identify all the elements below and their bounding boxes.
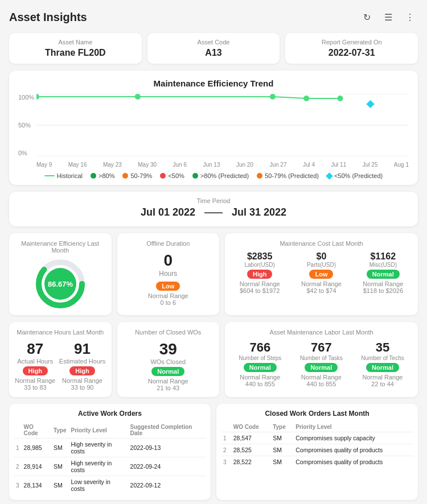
asset-labor-card: Asset Maintenance Labor Last Month 766 N… xyxy=(225,322,418,397)
labor-techs-badge: Normal xyxy=(366,363,399,372)
legend-gt80-dot xyxy=(91,173,96,179)
chart-y-labels: 100% 50% 0% xyxy=(18,94,36,156)
closed-wo-row1-priority: Compromises supply capacity xyxy=(293,432,413,444)
active-wo-table-card: Active Work Orders WO Code Type Priority… xyxy=(9,404,211,500)
wo-range-label: Normal Range xyxy=(123,378,214,385)
svg-point-3 xyxy=(36,94,39,100)
active-wo-row-3: 3 28,134 SM Low severity in costs 2022-0… xyxy=(14,476,206,495)
legend-lt50-dot xyxy=(160,173,166,179)
active-wo-col-code: WO Code xyxy=(22,422,51,439)
cost-labor-value: $2835 xyxy=(231,251,289,262)
wo-badge: Normal xyxy=(151,367,184,376)
time-period-start: Jul 01 2022 xyxy=(141,206,195,218)
closed-wo-row3-type: SM xyxy=(270,456,293,468)
closed-wo-row1-type: SM xyxy=(270,432,293,444)
svg-text:86.67%: 86.67% xyxy=(48,280,73,288)
report-date-label: Report Generated On xyxy=(293,39,410,46)
cost-labor: $2835 Labor(USD) High Normal Range $604 … xyxy=(231,251,289,294)
svg-rect-8 xyxy=(366,100,374,108)
estimated-hours-value: 91 xyxy=(59,340,105,358)
active-wo-row2-date: 2022-09-24 xyxy=(128,457,206,476)
active-wo-col-num xyxy=(14,422,22,439)
active-wo-row2-type: SM xyxy=(51,457,69,476)
cost-labor-sub: Labor(USD) xyxy=(231,262,289,268)
metrics-row-1: Maintenance Efficiency Last Month 86.67%… xyxy=(9,233,418,315)
closed-wo-row3-num: 3 xyxy=(221,456,231,468)
cost-parts-range-label: Normal Range xyxy=(292,280,350,287)
labor-tasks-badge: Normal xyxy=(305,363,338,372)
active-wo-table: WO Code Type Priority Level Suggested Co… xyxy=(14,422,206,494)
active-wo-row2-code: 28,914 xyxy=(22,457,51,476)
chart-title: Maintenance Efficiency Trend xyxy=(18,79,409,88)
closed-wo-row3-code: 28,522 xyxy=(231,456,270,468)
labor-steps: 766 Number of Steps Normal Normal Range … xyxy=(239,340,281,387)
wo-count: 39 WOs Closed Normal Normal Range 21 to … xyxy=(123,340,214,391)
actual-hours-range-label: Normal Range xyxy=(15,377,55,384)
closed-wo-row2-priority: Compromises quality of products xyxy=(293,444,413,456)
active-wo-row1-type: SM xyxy=(51,439,69,457)
more-icon[interactable]: ⋮ xyxy=(402,9,418,25)
active-wo-row3-num: 3 xyxy=(14,476,22,495)
time-period-end: Jul 31 2022 xyxy=(232,206,286,218)
closed-wo-row-2: 2 28,525 SM Compromises quality of produ… xyxy=(221,444,413,456)
legend-gt80-pred: >80% (Predicted) xyxy=(192,172,249,179)
asset-info-row: Asset Name Thrane FL20D Asset Code A13 R… xyxy=(9,33,418,64)
labor-techs-range-label: Normal Range xyxy=(361,374,404,381)
labor-multi: 766 Number of Steps Normal Normal Range … xyxy=(231,340,412,387)
active-wo-table-title: Active Work Orders xyxy=(14,410,206,418)
asset-name-card: Asset Name Thrane FL20D xyxy=(9,33,142,64)
active-wo-row1-date: 2022-09-13 xyxy=(128,439,206,457)
page-title: Asset Insights xyxy=(9,11,87,24)
cost-misc-range: $118 to $2026 xyxy=(354,287,412,294)
metrics-row-2: Maintenance Hours Last Month 87 Actual H… xyxy=(9,322,418,397)
estimated-hours-label: Estimated Hours xyxy=(59,358,105,365)
cost-labor-badge: High xyxy=(247,270,272,279)
active-wo-row3-date: 2022-09-12 xyxy=(128,476,206,495)
asset-code-value: A13 xyxy=(155,48,272,58)
labor-techs-value: 35 xyxy=(361,340,404,355)
cost-parts-badge: Low xyxy=(309,270,333,279)
estimated-hours-range: 33 to 90 xyxy=(59,384,105,391)
chart-svg xyxy=(36,94,409,156)
estimated-hours-badge: High xyxy=(69,366,95,375)
labor-tasks-range-label: Normal Range xyxy=(300,374,343,381)
legend-gt80-pred-dot xyxy=(192,173,198,179)
svg-point-4 xyxy=(135,94,141,100)
chart-legend: Historical >80% 50-79% <50% >80% (Predic… xyxy=(18,172,409,179)
labor-steps-label: Number of Steps xyxy=(239,355,281,361)
time-period-arrow: —— xyxy=(204,208,223,218)
refresh-icon[interactable]: ↻ xyxy=(359,9,375,25)
active-wo-row-1: 1 28,985 SM High severity in costs 2022-… xyxy=(14,439,206,457)
maintenance-cost-title: Maintenance Cost Last Month xyxy=(231,240,412,247)
active-wo-row1-num: 1 xyxy=(14,439,22,457)
maintenance-efficiency-title: Maintenance Efficiency Last Month xyxy=(15,240,106,254)
estimated-hours: 91 Estimated Hours High Normal Range 33 … xyxy=(59,340,105,391)
svg-point-6 xyxy=(303,96,309,101)
closed-wo-row2-code: 28,525 xyxy=(231,444,270,456)
offline-duration-card: Offline Duration 0 Hours Low Normal Rang… xyxy=(117,233,220,315)
legend-50-79-pred-label: 50-79% (Predicted) xyxy=(265,172,319,179)
closed-wo-table: WO Code Type Priority Level 1 28,547 SM … xyxy=(221,422,413,468)
wo-value: 39 xyxy=(123,340,214,358)
labor-steps-range-label: Normal Range xyxy=(239,374,281,381)
svg-point-5 xyxy=(270,94,276,100)
closed-wo-row1-num: 1 xyxy=(221,432,231,444)
offline-duration-main: 0 Hours Low Normal Range 0 to 6 xyxy=(123,251,214,306)
closed-wo-row3-priority: Compromises quality of products xyxy=(293,456,413,468)
header-icons: ↻ ☰ ⋮ xyxy=(359,9,418,25)
active-wo-col-type: Type xyxy=(51,422,69,439)
active-wo-row3-priority: Low severity in costs xyxy=(69,476,128,495)
legend-50-79-pred-dot xyxy=(257,173,262,179)
legend-50-79: 50-79% xyxy=(122,172,152,179)
active-wo-row1-priority: High severity in costs xyxy=(69,439,128,457)
offline-value: 0 xyxy=(123,251,214,270)
filter-icon[interactable]: ☰ xyxy=(380,9,396,25)
cost-parts: $0 Parts(USD) Low Normal Range $42 to $7… xyxy=(292,251,350,294)
legend-lt50: <50% xyxy=(160,172,184,179)
legend-50-79-dot xyxy=(122,173,128,179)
closed-wo-col-priority: Priority Level xyxy=(293,422,413,432)
offline-range: 0 to 6 xyxy=(123,299,214,306)
labor-techs: 35 Number of Techs Normal Normal Range 2… xyxy=(361,340,404,387)
wo-range: 21 to 43 xyxy=(123,385,214,391)
active-wo-row3-type: SM xyxy=(51,476,69,495)
